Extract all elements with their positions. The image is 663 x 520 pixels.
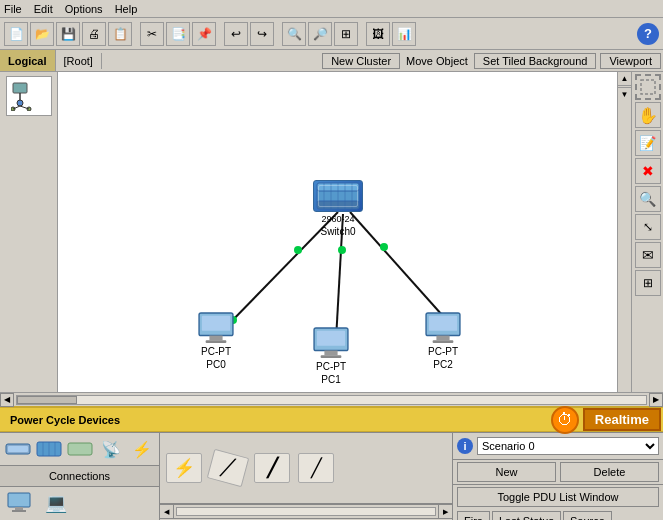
realtime-icon[interactable]: ⏱ (551, 406, 579, 434)
router-device-icon[interactable] (4, 437, 31, 461)
fire-button[interactable]: Fire (457, 511, 490, 520)
toolbar-btn-zoom-in[interactable]: 🔍 (282, 22, 306, 46)
mid-icon-3[interactable]: ╱ (254, 453, 290, 483)
scrollbar-right[interactable]: ▲ ▼ (617, 72, 631, 392)
nav-root: [Root] (56, 53, 102, 69)
delete-tool-button[interactable]: ✖ (635, 158, 661, 184)
wireless-device-icon[interactable]: 📡 (97, 437, 124, 461)
menu-bar: File Edit Options Help (0, 0, 663, 18)
source-button[interactable]: Source (563, 511, 612, 520)
laptop-sub-icon[interactable]: 💻 (40, 491, 72, 515)
svg-rect-33 (429, 316, 457, 331)
svg-rect-16 (317, 188, 359, 204)
menu-file[interactable]: File (4, 3, 22, 15)
scroll-right-arrow-bottom[interactable]: ▶ (649, 393, 663, 407)
canvas-area[interactable]: 2960-24 Switch0 PC-PT PC0 (58, 72, 617, 392)
h-scroll-thumb[interactable] (17, 396, 77, 404)
svg-rect-34 (436, 336, 449, 341)
set-tiled-bg-button[interactable]: Set Tiled Background (474, 53, 597, 69)
delete-scenario-button[interactable]: Delete (560, 462, 659, 482)
svg-rect-46 (12, 510, 26, 512)
note-tool-button[interactable]: 📝 (635, 130, 661, 156)
pc1-label2: PC1 (321, 374, 340, 385)
switch-device-icon[interactable] (35, 437, 62, 461)
hub-svg (67, 440, 93, 458)
pc0-node[interactable]: PC-PT PC0 (196, 312, 236, 370)
new-scenario-button[interactable]: New (457, 462, 556, 482)
power-cycle-label: Power Cycle Devices (0, 414, 551, 426)
hub-device-icon[interactable] (66, 437, 93, 461)
zoom-tool-button[interactable]: 🔍 (635, 186, 661, 212)
toolbar-btn-open[interactable]: 📂 (30, 22, 54, 46)
bottom-bar: Power Cycle Devices ⏱ Realtime (0, 406, 663, 432)
scroll-up-arrow[interactable]: ▲ (618, 72, 631, 86)
mid-device-panel: ⚡ ╱ ╱ ╱ ◀ ▶ natically Choose Connection (160, 433, 453, 520)
toolbar-btn-img1[interactable]: 🖼 (366, 22, 390, 46)
email-tool-button[interactable]: ✉ (635, 242, 661, 268)
info-icon: i (457, 438, 473, 454)
svg-rect-30 (324, 351, 337, 356)
pc-sub-svg (6, 492, 34, 514)
last-status-button[interactable]: Last Status (492, 511, 561, 520)
toolbar-btn-img2[interactable]: 📊 (392, 22, 416, 46)
switch-icon-svg (316, 182, 360, 210)
viewport-button[interactable]: Viewport (600, 53, 661, 69)
info-button[interactable]: ? (637, 23, 659, 45)
mid-icon-1[interactable]: ⚡ (166, 453, 202, 483)
fire-row: Fire Last Status Source (453, 509, 663, 520)
nav-logical[interactable]: Logical (0, 50, 56, 71)
left-icon-box[interactable] (6, 76, 52, 116)
pc1-node[interactable]: PC-PT PC1 (311, 327, 351, 385)
resize-tool-button[interactable]: ⤡ (635, 214, 661, 240)
toolbar-btn-paste[interactable]: 📌 (192, 22, 216, 46)
pc1-label1: PC-PT (316, 361, 346, 372)
toolbar-btn-print[interactable]: 🖨 (82, 22, 106, 46)
switch-node[interactable]: 2960-24 Switch0 (313, 180, 363, 237)
svg-rect-43 (68, 443, 92, 455)
toolbar-btn-cut[interactable]: ✂ (140, 22, 164, 46)
select-icon (639, 78, 657, 96)
mid-scroll-left[interactable]: ◀ (160, 505, 174, 518)
mid-scroll-right[interactable]: ▶ (438, 505, 452, 518)
toolbar-btn-undo[interactable]: ↩ (224, 22, 248, 46)
menu-edit[interactable]: Edit (34, 3, 53, 15)
mid-scroll[interactable]: ◀ ▶ (160, 504, 452, 518)
toolbar-btn-new[interactable]: 📄 (4, 22, 28, 46)
toolbar: 📄 📂 💾 🖨 📋 ✂ 📑 📌 ↩ ↪ 🔍 🔎 ⊞ 🖼 📊 ? (0, 18, 663, 50)
hand-tool-button[interactable]: ✋ (635, 102, 661, 128)
mid-scroll-track[interactable] (176, 507, 436, 516)
scenario-select[interactable]: Scenario 0 (477, 437, 659, 455)
scroll-left-arrow[interactable]: ◀ (0, 393, 14, 407)
toolbar-btn-zoom-fit[interactable]: ⊞ (334, 22, 358, 46)
right-toolbar: ✋ 📝 ✖ 🔍 ⤡ ✉ ⊞ (631, 72, 663, 392)
scenario-row: i Scenario 0 (453, 433, 663, 460)
extra-tool-button[interactable]: ⊞ (635, 270, 661, 296)
realtime-button[interactable]: Realtime (583, 408, 661, 431)
pc2-node[interactable]: PC-PT PC2 (423, 312, 463, 370)
scroll-down-arrow[interactable]: ▼ (618, 87, 631, 101)
svg-rect-29 (317, 331, 345, 346)
pc-sub-icon[interactable] (4, 491, 36, 515)
svg-rect-25 (202, 316, 230, 331)
mid-icon-4[interactable]: ╱ (298, 453, 334, 483)
switch-icon (313, 180, 363, 212)
toolbar-btn-copy[interactable]: 📑 (166, 22, 190, 46)
pc0-icon (196, 312, 236, 344)
toggle-pdu-button[interactable]: Toggle PDU List Window (457, 487, 659, 507)
toolbar-btn-redo[interactable]: ↪ (250, 22, 274, 46)
toolbar-btn-something[interactable]: 📋 (108, 22, 132, 46)
menu-help[interactable]: Help (115, 3, 138, 15)
mid-icon-2[interactable]: ╱ (207, 449, 250, 487)
left-panel (0, 72, 58, 392)
toolbar-btn-zoom-out[interactable]: 🔎 (308, 22, 332, 46)
menu-options[interactable]: Options (65, 3, 103, 15)
select-tool-button[interactable] (635, 74, 661, 100)
right-info-panel: i Scenario 0 New Delete Toggle PDU List … (453, 433, 663, 520)
cable-device-icon[interactable]: ⚡ (128, 437, 155, 461)
toolbar-btn-save[interactable]: 💾 (56, 22, 80, 46)
pc1-svg (310, 327, 352, 359)
new-cluster-button[interactable]: New Cluster (322, 53, 400, 69)
router-svg (5, 440, 31, 458)
h-scroll-track[interactable] (16, 395, 647, 405)
pc2-label1: PC-PT (428, 346, 458, 357)
